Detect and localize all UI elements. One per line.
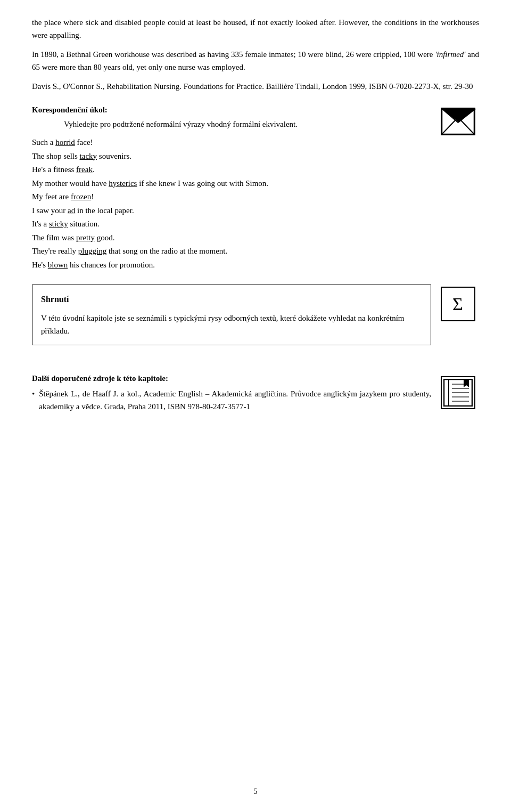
underline-plugging: plugging: [78, 247, 106, 255]
korespondencion-text: Korespondenční úkol: Vyhledejte pro podt…: [32, 105, 431, 272]
dalsi-text-area: Další doporučené zdroje k této kapitole:…: [32, 374, 431, 413]
sigma-icon-container: Σ: [436, 285, 479, 321]
infirmed-text: 'infirmed': [435, 50, 465, 59]
bullet-icon: •: [32, 387, 35, 400]
dalsi-item-text: Štěpánek L., de Haaff J. a kol., Academi…: [39, 387, 431, 413]
envelope-icon: [441, 108, 475, 135]
exercise-line-6: I saw your ad in the local paper.: [32, 204, 431, 218]
underline-pretty: pretty: [76, 233, 95, 242]
exercise-line-7: It's a sticky situation.: [32, 217, 431, 231]
intro-paragraph: the place where sick and disabled people…: [32, 16, 479, 42]
book-icon-container: [436, 374, 479, 409]
exercise-line-8: The film was pretty good.: [32, 231, 431, 245]
underline-hysterics: hysterics: [109, 179, 137, 188]
envelope-svg: [442, 109, 474, 134]
underline-ad: ad: [68, 206, 75, 215]
shrnut-title: Shrnutí: [41, 293, 422, 306]
korespondencion-desc: Vyhledejte pro podtržené neformální výra…: [64, 118, 431, 131]
citation: Davis S., O'Connor S., Rehabilitation Nu…: [32, 80, 479, 93]
exercise-line-2: The shop sells tacky souvenirs.: [32, 150, 431, 164]
shrnut-text-area: Shrnutí V této úvodní kapitole jste se s…: [32, 285, 431, 361]
underline-frozen: frozen: [71, 192, 91, 201]
exercise-line-10: He's blown his chances for promotion.: [32, 258, 431, 272]
book-icon: [441, 376, 475, 409]
envelope-icon-container: [436, 105, 479, 135]
shrnut-box: Shrnutí V této úvodní kapitole jste se s…: [32, 285, 431, 345]
bethnal-paragraph: In 1890, a Bethnal Green workhouse was d…: [32, 48, 479, 74]
shrnut-body: V této úvodní kapitole jste se seznámili…: [41, 312, 422, 337]
sigma-icon: Σ: [441, 287, 475, 321]
korespondencion-title: Korespondenční úkol:: [32, 105, 431, 115]
exercise-line-5: My feet are frozen!: [32, 190, 431, 204]
page-number: 5: [254, 787, 258, 796]
underline-tacky: tacky: [80, 152, 97, 160]
dalsi-item: • Štěpánek L., de Haaff J. a kol., Acade…: [32, 387, 431, 413]
exercise-line-4: My mother would have hysterics if she kn…: [32, 177, 431, 191]
shrnut-section: Shrnutí V této úvodní kapitole jste se s…: [32, 285, 479, 361]
exercise-line-1: Such a horrid face!: [32, 136, 431, 150]
underline-blown: blown: [48, 261, 68, 269]
exercise-line-9: They're really plugging that song on the…: [32, 245, 431, 258]
korespondencion-section: Korespondenční úkol: Vyhledejte pro podt…: [32, 105, 479, 272]
dalsi-title: Další doporučené zdroje k této kapitole:: [32, 374, 431, 383]
svg-rect-0: [442, 109, 474, 134]
underline-horrid: horrid: [55, 138, 75, 147]
book-svg: [443, 379, 473, 407]
page: the place where sick and disabled people…: [0, 0, 511, 812]
underline-freak: freak: [76, 165, 93, 174]
exercise-line-3: He's a fitness freak.: [32, 163, 431, 177]
underline-sticky: sticky: [49, 220, 68, 228]
dalsi-section: Další doporučené zdroje k této kapitole:…: [32, 374, 479, 413]
